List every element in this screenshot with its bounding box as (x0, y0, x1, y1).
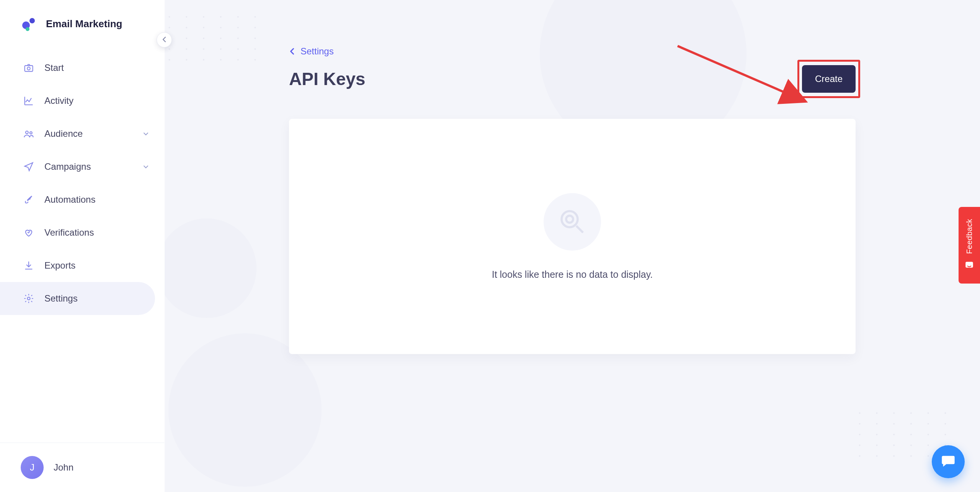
feedback-smile-icon (964, 260, 974, 272)
breadcrumb[interactable]: Settings (289, 46, 856, 57)
sidebar-item-label: Automations (44, 194, 95, 205)
avatar: J (21, 456, 44, 479)
sidebar-item-start[interactable]: Start (0, 51, 164, 84)
chat-icon (941, 453, 956, 470)
svg-point-7 (30, 132, 32, 134)
sidebar-item-verifications[interactable]: Verifications (0, 216, 164, 249)
empty-state: It looks like there is no data to displa… (492, 193, 653, 280)
svg-point-5 (27, 67, 30, 70)
camera-icon (23, 62, 34, 74)
content: Settings API Keys Create It looks like t… (274, 0, 871, 354)
chevron-down-icon (143, 161, 149, 172)
sidebar-item-automations[interactable]: Automations (0, 183, 164, 216)
main: Settings API Keys Create It looks like t… (165, 0, 980, 492)
heading-row: API Keys Create (289, 65, 856, 93)
avatar-initial: J (30, 462, 34, 473)
sidebar: Email Marketing Start Activity Audience (0, 0, 165, 492)
username: John (54, 462, 74, 473)
svg-point-9 (28, 297, 30, 300)
sidebar-item-audience[interactable]: Audience (0, 117, 164, 150)
sidebar-item-settings[interactable]: Settings (0, 282, 155, 315)
breadcrumb-label: Settings (301, 46, 334, 57)
sidebar-item-label: Settings (44, 293, 78, 304)
chevron-left-icon (289, 47, 295, 56)
download-icon (23, 260, 34, 271)
feedback-tab[interactable]: Feedback (959, 207, 980, 284)
chevron-down-icon (143, 128, 149, 139)
svg-point-14 (970, 264, 971, 265)
feedback-label: Feedback (965, 219, 974, 254)
send-icon (23, 161, 34, 172)
sidebar-item-activity[interactable]: Activity (0, 84, 164, 117)
search-empty-icon (544, 193, 601, 251)
create-button[interactable]: Create (802, 65, 856, 93)
people-icon (23, 128, 34, 139)
logo-icon (21, 15, 38, 32)
svg-point-10 (562, 211, 578, 227)
sidebar-item-label: Campaigns (44, 161, 91, 172)
sidebar-item-label: Exports (44, 260, 75, 271)
api-keys-card: It looks like there is no data to displa… (289, 119, 856, 354)
rocket-icon (23, 194, 34, 205)
gear-icon (23, 293, 34, 304)
sidebar-item-label: Activity (44, 95, 74, 106)
brand: Email Marketing (0, 0, 164, 48)
page-title: API Keys (289, 69, 365, 89)
sidebar-item-label: Verifications (44, 227, 94, 238)
user-area[interactable]: J John (0, 443, 164, 492)
sidebar-nav: Start Activity Audience Campaigns (0, 48, 164, 443)
app-title: Email Marketing (46, 18, 122, 30)
svg-point-13 (967, 264, 969, 265)
svg-rect-4 (25, 66, 33, 71)
svg-point-3 (26, 27, 29, 31)
heart-check-icon (23, 227, 34, 238)
svg-point-2 (29, 18, 35, 23)
sidebar-item-exports[interactable]: Exports (0, 249, 164, 282)
chat-widget-button[interactable] (932, 445, 965, 478)
svg-point-11 (566, 215, 573, 222)
activity-chart-icon (23, 95, 34, 107)
sidebar-item-campaigns[interactable]: Campaigns (0, 150, 164, 183)
empty-message: It looks like there is no data to displa… (492, 269, 653, 280)
svg-point-6 (26, 131, 28, 134)
sidebar-item-label: Audience (44, 128, 83, 139)
sidebar-item-label: Start (44, 62, 64, 73)
